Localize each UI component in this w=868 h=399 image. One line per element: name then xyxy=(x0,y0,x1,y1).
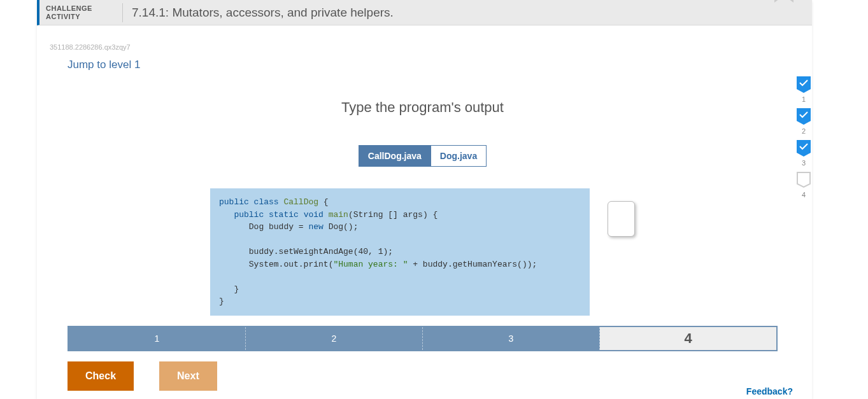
prompt-text: Type the program's output xyxy=(52,99,793,116)
check-badge-icon xyxy=(797,140,811,157)
check-button[interactable]: Check xyxy=(68,361,134,391)
header-divider xyxy=(122,3,123,22)
file-tabs: CallDog.java Dog.java xyxy=(52,145,793,167)
side-num: 4 xyxy=(802,191,806,199)
bookmark-icon[interactable] xyxy=(774,0,794,8)
side-item[interactable]: 1 xyxy=(797,76,811,103)
feedback-link[interactable]: Feedback? xyxy=(746,386,793,396)
progress-step-current[interactable]: 4 xyxy=(600,327,776,350)
progress-bar: 1 2 3 4 xyxy=(68,326,778,351)
check-badge-icon xyxy=(797,76,811,93)
code-block: public class CallDog { public static voi… xyxy=(210,188,590,316)
progress-step[interactable]: 1 xyxy=(69,327,246,350)
check-badge-icon xyxy=(797,108,811,125)
side-item[interactable]: 3 xyxy=(797,140,811,167)
header-label: CHALLENGE ACTIVITY xyxy=(39,4,122,20)
side-num: 3 xyxy=(802,159,806,167)
side-item[interactable]: 2 xyxy=(797,108,811,135)
answer-input[interactable] xyxy=(608,201,635,237)
tab-dog[interactable]: Dog.java xyxy=(431,145,487,167)
header-title: 7.14.1: Mutators, accessors, and private… xyxy=(132,6,394,20)
side-item[interactable]: 4 xyxy=(797,172,811,199)
header: CHALLENGE ACTIVITY 7.14.1: Mutators, acc… xyxy=(37,0,812,25)
next-button[interactable]: Next xyxy=(159,361,217,391)
jump-to-level-link[interactable]: Jump to level 1 xyxy=(68,59,793,71)
side-num: 1 xyxy=(802,95,806,103)
progress-step[interactable]: 2 xyxy=(246,327,423,350)
reference-code: 351188.2286286.qx3zqy7 xyxy=(50,43,793,51)
side-progress: 1 2 3 4 xyxy=(788,76,820,199)
tab-calldog[interactable]: CallDog.java xyxy=(359,145,431,167)
progress-step[interactable]: 3 xyxy=(423,327,600,350)
empty-badge-icon xyxy=(797,172,811,188)
side-num: 2 xyxy=(802,127,806,135)
